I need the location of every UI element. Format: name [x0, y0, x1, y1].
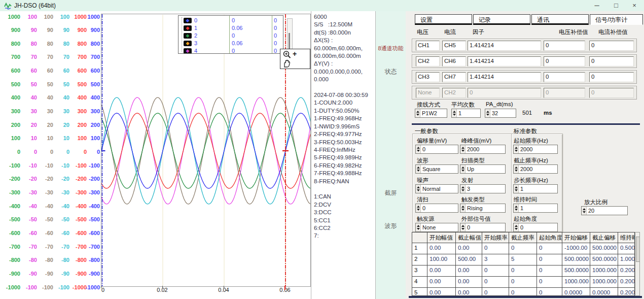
voltage-channel-select[interactable]: CH1	[416, 41, 440, 51]
sweep-table-row[interactable]: 50.000.000000.00000.00000.200	[412, 288, 634, 296]
voltage-channel-select[interactable]: None	[416, 88, 440, 98]
spin-down-icon[interactable]	[461, 209, 464, 211]
spinner-arrows[interactable]	[416, 223, 421, 231]
spin-up-icon[interactable]	[461, 186, 464, 188]
factor-field[interactable]: 1.414214	[468, 56, 541, 67]
sweep-table-scrollbar[interactable]	[635, 232, 640, 296]
average-count-spinner[interactable]: 1	[451, 109, 481, 118]
spinner-arrows[interactable]	[514, 204, 519, 212]
spin-up-icon[interactable]	[417, 186, 420, 188]
spin-up-icon[interactable]	[461, 225, 464, 227]
spinner-arrows[interactable]	[514, 165, 519, 173]
close-button[interactable]: ×	[626, 0, 643, 11]
spin-up-icon[interactable]	[417, 206, 420, 208]
spin-down-icon[interactable]	[417, 170, 420, 172]
zoom-plus-icon[interactable]: +	[293, 50, 297, 58]
spin-up-icon[interactable]	[461, 147, 464, 149]
spinner-arrows[interactable]	[460, 204, 466, 212]
param-0-col2-spinner[interactable]: 2000	[460, 145, 506, 154]
plot-tools[interactable]: +	[280, 49, 310, 69]
zoom-ratio-spinner[interactable]: 20	[581, 206, 628, 215]
cursor-legend[interactable]: ◆000◆10.060◆200◆30.060◆400	[178, 15, 283, 54]
spin-down-icon[interactable]	[417, 209, 420, 211]
spinner-arrows[interactable]	[416, 204, 421, 212]
param-1-col1-spinner[interactable]: Square	[415, 164, 458, 174]
current-comp-field[interactable]: 0	[589, 88, 634, 98]
voltage-channel-select[interactable]: CH2	[416, 56, 440, 67]
spin-down-icon[interactable]	[461, 150, 464, 152]
spin-down-icon[interactable]	[416, 114, 419, 116]
minimize-button[interactable]: ─	[588, 0, 605, 11]
spin-up-icon[interactable]	[486, 111, 489, 113]
spin-down-icon[interactable]	[583, 211, 586, 213]
spinner-arrows[interactable]	[416, 145, 421, 153]
sweep-table-row[interactable]: 40.000.000001000.0001000.0000.200	[412, 277, 634, 288]
tab-通讯[interactable]: 通讯	[531, 14, 589, 25]
current-comp-field[interactable]: 0	[589, 72, 634, 82]
spin-down-icon[interactable]	[461, 189, 464, 191]
maximize-button[interactable]: □	[607, 0, 625, 11]
current-channel-select[interactable]: CH6	[442, 56, 466, 67]
pan-hand-icon[interactable]	[282, 59, 292, 68]
spin-down-icon[interactable]	[515, 228, 518, 230]
param-1-col2-spinner[interactable]: Up	[460, 164, 506, 174]
spin-up-icon[interactable]	[453, 111, 456, 113]
voltage-channel-select[interactable]: CH3	[416, 72, 440, 82]
param-0-col1-spinner[interactable]: 0	[415, 145, 458, 154]
standard-param-0-spinner[interactable]: 2000	[513, 145, 558, 154]
spin-down-icon[interactable]	[515, 150, 518, 152]
standard-param-1-spinner[interactable]: 2000	[513, 164, 558, 174]
sweep-table-row[interactable]: 2100.00500.00350500.0000500.00001.000	[412, 254, 634, 265]
spinner-arrows[interactable]	[416, 165, 421, 173]
current-channel-select[interactable]: CH7	[442, 72, 466, 82]
spinner-arrows[interactable]	[416, 185, 421, 193]
spin-down-icon[interactable]	[417, 228, 420, 230]
standard-param-3-spinner[interactable]: 1	[513, 204, 558, 213]
param-4-col2-spinner[interactable]: 0	[460, 223, 506, 232]
param-3-col2-spinner[interactable]: Rising	[460, 204, 506, 213]
standard-param-4-spinner[interactable]: 0	[513, 223, 558, 232]
spinner-arrows[interactable]	[452, 109, 457, 117]
spin-up-icon[interactable]	[416, 111, 419, 113]
tab-信号/功率计[interactable]: 信号/功率计	[590, 14, 643, 25]
spin-down-icon[interactable]	[486, 114, 489, 116]
spinner-arrows[interactable]	[582, 207, 587, 215]
factor-field[interactable]: 0	[468, 88, 541, 98]
spinner-arrows[interactable]	[460, 223, 466, 231]
param-2-col2-spinner[interactable]: 3	[460, 184, 506, 193]
wiring-mode-spinner[interactable]: P1W2	[415, 109, 447, 118]
spinner-arrows[interactable]	[460, 145, 466, 153]
pa-dt-spinner[interactable]: 32	[485, 109, 516, 118]
spin-up-icon[interactable]	[515, 167, 518, 169]
param-3-col1-spinner[interactable]: 0	[415, 204, 458, 213]
spin-down-icon[interactable]	[515, 209, 518, 211]
spin-down-icon[interactable]	[453, 114, 456, 116]
tab-设置[interactable]: 设置	[415, 14, 472, 25]
spin-up-icon[interactable]	[417, 167, 420, 169]
current-channel-select[interactable]: CH5	[442, 41, 466, 51]
spin-up-icon[interactable]	[417, 147, 420, 149]
factor-field[interactable]: 1.414214	[468, 41, 541, 51]
spin-up-icon[interactable]	[515, 225, 518, 227]
spin-up-icon[interactable]	[515, 206, 518, 208]
spinner-arrows[interactable]	[485, 109, 490, 117]
sweep-scrollbar-thumb[interactable]	[636, 237, 640, 262]
param-2-col1-spinner[interactable]: Normal	[415, 184, 458, 193]
spinner-arrows[interactable]	[460, 165, 466, 173]
waveform-plot[interactable]: ◆000◆10.060◆200◆30.060◆400 +	[101, 14, 311, 287]
sweep-table-row[interactable]: 10.000.00000-1000.00500.00000.500	[412, 243, 634, 254]
spin-down-icon[interactable]	[461, 228, 464, 230]
spin-up-icon[interactable]	[461, 206, 464, 208]
sweep-table-row[interactable]: 30.000.00000500.00001000.0000.200	[412, 265, 634, 277]
spin-down-icon[interactable]	[515, 170, 518, 172]
spinner-arrows[interactable]	[460, 185, 466, 193]
voltage-comp-field[interactable]: 0	[544, 88, 585, 98]
current-comp-field[interactable]: 0	[589, 56, 634, 67]
current-comp-field[interactable]: 0	[589, 41, 634, 51]
spin-down-icon[interactable]	[461, 170, 464, 172]
spin-down-icon[interactable]	[515, 189, 518, 191]
voltage-comp-field[interactable]: 0	[544, 41, 585, 51]
spinner-arrows[interactable]	[514, 185, 519, 193]
current-channel-select[interactable]: CH2	[442, 88, 466, 98]
tab-记录[interactable]: 记录	[473, 14, 530, 25]
